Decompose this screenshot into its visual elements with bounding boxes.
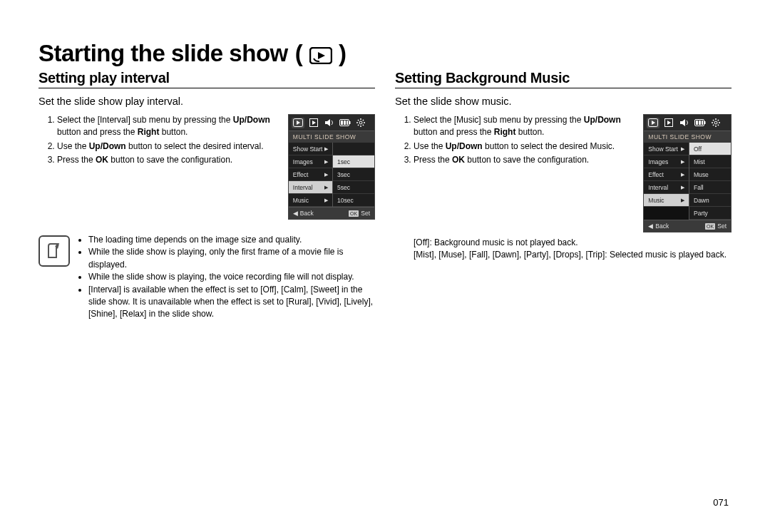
svg-rect-23	[704, 121, 706, 124]
footer-set-interval: OK Set	[349, 210, 370, 217]
svg-point-8	[359, 121, 362, 124]
step-3-interval: Press the OK button to save the configur…	[57, 154, 281, 166]
subtitle-music: Setting Background Music	[395, 70, 732, 88]
step-1-music: Select the [Music] sub menu by pressing …	[414, 114, 636, 139]
right-column: Setting Background Music Set the slide s…	[395, 70, 732, 321]
top-icon-sound	[678, 118, 691, 128]
step-1-interval: Select the [Interval] sub menu by pressi…	[57, 114, 281, 139]
step-2-interval: Use the Up/Down button to select the des…	[57, 140, 281, 153]
top-icon-battery	[339, 118, 351, 128]
screen-header-music: MULTI SLIDE SHOW	[644, 131, 731, 143]
music-notes: [Off]: Background music is not played ba…	[395, 237, 732, 262]
screen-header-interval: MULTI SLIDE SHOW	[289, 131, 374, 143]
step-3-music: Press the OK button to save the configur…	[414, 154, 636, 166]
lead-interval: Set the slide show play interval.	[38, 96, 375, 107]
top-icon-battery	[694, 118, 707, 128]
menu-left-music: Show Start▶ Images▶ Effect▶ Interval▶ Mu…	[644, 143, 689, 220]
svg-rect-20	[696, 121, 698, 125]
svg-line-14	[363, 125, 364, 126]
subtitle-interval: Setting play interval	[38, 70, 375, 88]
footer-set-music: OK Set	[705, 222, 727, 230]
svg-line-30	[718, 125, 719, 126]
svg-line-29	[713, 120, 714, 121]
screen-interval: MULTI SLIDE SHOW Show Start▶ Images▶ Eff…	[288, 114, 375, 220]
svg-rect-21	[699, 121, 701, 125]
top-icon-slideshow	[292, 118, 304, 128]
footer-back-interval: ◀ Back	[293, 210, 314, 217]
menu-left-interval: Show Start▶ Images▶ Effect▶ Interval▶ Mu…	[289, 143, 333, 207]
step-2-music: Use the Up/Down button to select the des…	[414, 140, 636, 153]
svg-rect-6	[346, 121, 348, 125]
svg-rect-22	[702, 121, 703, 125]
top-icon-sound	[323, 118, 336, 128]
menu-right-interval: 1sec 3sec 5sec 10sec	[333, 143, 374, 207]
svg-rect-5	[344, 121, 346, 125]
footer-back-music: ◀ Back	[648, 222, 669, 230]
music-note-off: [Off]: Background music is not played ba…	[414, 237, 732, 249]
note-item: While the slide show is playing, only th…	[88, 246, 375, 271]
steps-interval: Select the [Interval] sub menu by pressi…	[38, 114, 281, 168]
note-icon	[38, 235, 70, 267]
slideshow-icon	[309, 47, 332, 64]
page-number: 071	[713, 497, 729, 508]
steps-music: Select the [Music] sub menu by pressing …	[395, 114, 636, 168]
left-column: Setting play interval Set the slide show…	[38, 70, 375, 321]
svg-rect-4	[341, 121, 343, 125]
lead-music: Set the slide show music.	[395, 96, 732, 107]
top-icon-play	[662, 118, 675, 128]
svg-rect-7	[349, 121, 351, 124]
note-item: [Interval] is available when the effect …	[88, 284, 375, 321]
svg-line-31	[713, 125, 714, 126]
svg-line-32	[718, 120, 719, 121]
top-icon-gear	[354, 118, 367, 128]
svg-point-24	[714, 121, 717, 124]
page-title: Starting the slide show	[38, 40, 288, 67]
top-icon-play	[307, 118, 320, 128]
note-item: The loading time depends on the image si…	[88, 234, 375, 246]
title-icon-paren: ( )	[295, 40, 346, 67]
svg-line-13	[358, 120, 359, 121]
top-icon-gear	[709, 118, 722, 128]
note-item: While the slide show is playing, the voi…	[88, 271, 375, 283]
svg-line-15	[358, 125, 359, 126]
notes-interval: The loading time depends on the image si…	[77, 234, 375, 321]
svg-line-16	[363, 120, 364, 121]
menu-right-music: Off Mist Muse Fall Dawn Party	[689, 143, 731, 220]
screen-music: MULTI SLIDE SHOW Show Start▶ Images▶ Eff…	[643, 114, 732, 232]
top-icon-slideshow	[647, 118, 659, 128]
music-note-list: [Mist], [Muse], [Fall], [Dawn], [Party],…	[414, 249, 732, 261]
